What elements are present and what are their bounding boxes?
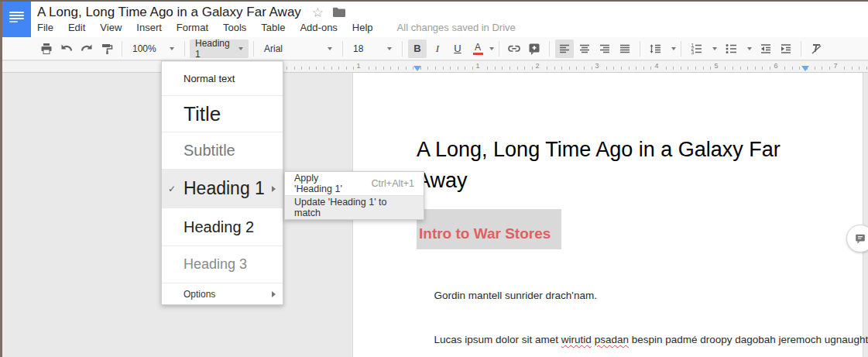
document-body-text[interactable]: Gordin mantell sunrider drach'nam. Lucas… [417, 259, 868, 357]
style-menu-item[interactable]: Normal text [162, 61, 283, 95]
document-heading-title[interactable]: A Long, Long Time Ago in a Galaxy Far Aw… [417, 134, 781, 196]
justify-button[interactable] [616, 39, 634, 58]
ruler-number: 6 [772, 62, 779, 70]
ruler-number: 2 [533, 62, 540, 70]
style-menu-item-label: Subtitle [184, 142, 235, 160]
line-spacing-button[interactable] [646, 39, 664, 58]
menu-item[interactable]: Add-ons [300, 22, 337, 33]
style-menu-item[interactable]: Heading 2 [162, 208, 283, 245]
chevron-down-icon [671, 47, 676, 50]
window-edge-left [0, 0, 2, 357]
style-menu-item-label: Heading 3 [184, 256, 247, 273]
bold-button[interactable]: B [408, 39, 427, 58]
show-comments-button[interactable] [846, 225, 868, 252]
submenu-item[interactable]: Update 'Heading 1' to match [285, 195, 424, 219]
chevron-down-icon [489, 47, 494, 50]
menu-item[interactable]: Table [261, 22, 285, 33]
undo-button[interactable] [57, 39, 76, 58]
zoom-select[interactable]: 100% [127, 39, 180, 58]
save-status: All changes saved in Drive [397, 22, 516, 33]
align-right-button[interactable] [595, 39, 614, 58]
ruler-number: 1 [474, 62, 481, 70]
ruler-number: 5 [712, 62, 719, 70]
text-color-swatch [473, 53, 483, 55]
font-select[interactable]: Arial [259, 39, 338, 58]
body-text-line[interactable]: ree-yees fosh. Triclops pavan kitonak do… [417, 347, 868, 357]
chevron-down-icon [238, 47, 243, 50]
style-menu-item-label: Title [184, 102, 221, 126]
menu-item[interactable]: Edit [68, 22, 85, 33]
heading1-submenu: Apply 'Heading 1' Ctrl+Alt+1 Update 'Hea… [284, 171, 424, 220]
style-menu-item[interactable]: Subtitle [162, 132, 283, 169]
menu-item[interactable]: Tools [223, 22, 246, 33]
body-text-segment: Lucas ipsum dolor sit amet [434, 334, 561, 345]
print-button[interactable] [37, 39, 56, 58]
increase-indent-button[interactable] [777, 39, 795, 58]
body-text-segment: bespin padmé droopy dagobah jeremoch ugn… [629, 334, 868, 345]
star-icon[interactable]: ☆ [312, 6, 324, 19]
checkmark-icon: ✓ [168, 184, 180, 194]
menu-item[interactable]: File [37, 22, 53, 33]
document-title-input[interactable]: A Long, Long Time Ago in a Galaxy Far Aw… [37, 5, 301, 20]
bulleted-list-button[interactable] [722, 39, 740, 58]
chevron-down-icon [712, 47, 717, 50]
chevron-down-icon [387, 47, 392, 50]
insert-link-button[interactable] [505, 39, 523, 58]
body-text-segment: Gordin mantell sunrider drach'nam. [434, 290, 597, 301]
ruler-number: 3 [593, 62, 600, 70]
text-color-button[interactable]: A [468, 39, 487, 58]
style-menu-item[interactable]: Heading 3 [162, 245, 283, 283]
submenu-item-label: Apply 'Heading 1' [294, 173, 359, 194]
paint-format-button[interactable] [98, 39, 116, 58]
ruler-number: 7 [832, 62, 839, 70]
chevron-down-icon [170, 47, 174, 50]
style-menu-item[interactable]: ✓ Heading 1 [162, 169, 283, 208]
underline-button[interactable]: U [448, 39, 467, 58]
right-indent-marker[interactable] [801, 66, 809, 71]
styles-select[interactable]: Heading 1 [190, 39, 249, 58]
docs-logo-icon [9, 12, 24, 24]
align-left-button[interactable] [555, 39, 574, 58]
style-menu-item[interactable]: Title [162, 95, 283, 132]
ruler-number: 1 [355, 62, 362, 70]
submenu-item[interactable]: Apply 'Heading 1' Ctrl+Alt+1 [285, 172, 424, 195]
align-center-button[interactable] [575, 39, 594, 58]
style-menu-item-label: Options [184, 289, 215, 300]
font-size-select[interactable]: 18 [348, 39, 397, 58]
styles-dropdown-menu: Normal text Title Subtitle ✓ Heading 1 H… [161, 60, 283, 305]
style-menu-item-label: Heading 1 [184, 178, 265, 199]
ruler: 11234567 [2, 61, 868, 73]
window-edge-top [0, 0, 868, 2]
menu-item[interactable]: Format [177, 22, 208, 33]
style-menu-item[interactable]: Options [162, 283, 283, 304]
body-text-segment: wirutid [561, 334, 592, 345]
body-text-line[interactable]: Lucas ipsum dolor sit amet wirutid psada… [417, 303, 868, 347]
ruler-number: 4 [653, 62, 660, 70]
style-menu-item-label: Heading 2 [184, 218, 254, 236]
docs-logo[interactable] [2, 0, 31, 37]
left-indent-marker[interactable] [413, 66, 421, 71]
insert-comment-button[interactable] [525, 39, 544, 58]
document-page[interactable]: A Long, Long Time Ago in a Galaxy Far Aw… [352, 72, 863, 357]
svg-text:3: 3 [691, 49, 695, 54]
decrease-indent-button[interactable] [756, 39, 775, 58]
numbered-list-button[interactable]: 123 [687, 39, 705, 58]
italic-button[interactable]: I [428, 39, 447, 58]
body-text-segment: psadan [595, 334, 629, 345]
folder-icon[interactable] [333, 7, 345, 18]
highlighted-heading[interactable]: Intro to War Stores [417, 209, 561, 249]
ruler-ticks [286, 67, 868, 70]
menu-item[interactable]: Help [352, 22, 373, 33]
submenu-item-label: Update 'Heading 1' to match [294, 197, 402, 218]
comment-icon [854, 232, 866, 245]
body-text-line[interactable]: Gordin mantell sunrider drach'nam. [417, 259, 868, 303]
chevron-down-icon [328, 47, 332, 50]
redo-button[interactable] [77, 39, 96, 58]
clear-formatting-button[interactable] [807, 39, 825, 58]
chevron-down-icon [747, 47, 752, 50]
menu-item[interactable]: View [100, 22, 122, 33]
menu-items: FileEditViewInsertFormatToolsTableAdd-on… [37, 22, 388, 33]
menu-item[interactable]: Insert [136, 22, 162, 33]
keyboard-shortcut: Ctrl+Alt+1 [371, 178, 414, 189]
toolbar: 100% Heading 1 Arial 18 B I U A 123 [2, 37, 868, 60]
